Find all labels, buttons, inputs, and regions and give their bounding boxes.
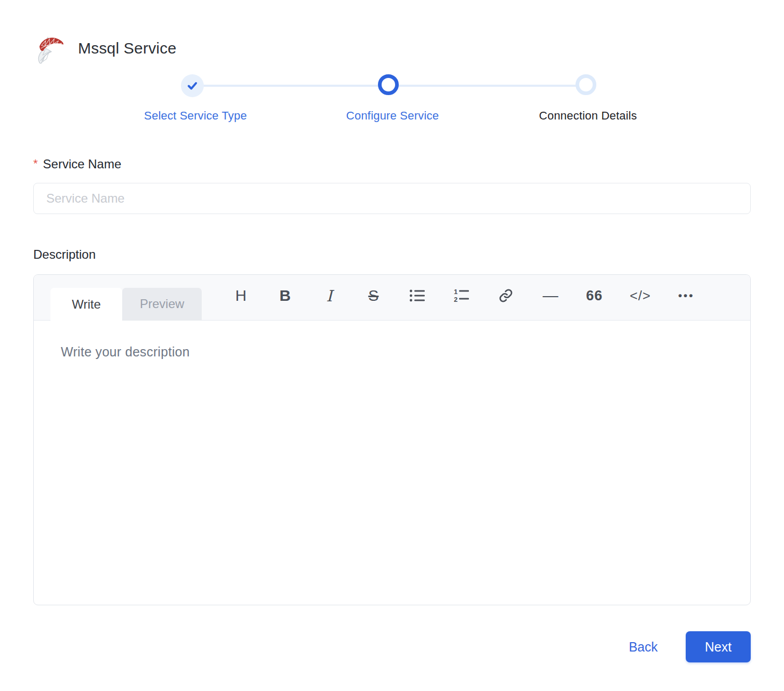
page-header: Mssql Service: [0, 0, 784, 65]
description-editor-textarea[interactable]: Write your description: [34, 321, 750, 605]
heading-button[interactable]: H: [232, 284, 250, 307]
next-button[interactable]: Next: [686, 631, 751, 662]
step-3-pending-circle: [576, 74, 596, 95]
mssql-logo-icon: [33, 31, 68, 65]
step-3-indicator[interactable]: [576, 74, 596, 95]
tab-preview[interactable]: Preview: [122, 288, 202, 320]
step-3-label[interactable]: Connection Details: [505, 109, 671, 123]
unordered-list-button[interactable]: [409, 284, 426, 307]
unordered-list-icon: [409, 288, 426, 303]
code-icon: </>: [630, 288, 651, 304]
service-name-label: *Service Name: [33, 157, 751, 171]
description-label: Description: [33, 247, 751, 262]
strikethrough-icon: S: [368, 287, 378, 304]
italic-button[interactable]: I: [320, 284, 338, 307]
step-2-active-circle: [378, 74, 399, 95]
editor-toolbar: Write Preview H B I S: [34, 275, 750, 321]
svg-text:2: 2: [454, 296, 458, 303]
editor-toolbar-icons: H B I S: [232, 274, 695, 320]
wizard-stepper: Select Service Type Configure Service Co…: [0, 69, 784, 129]
configure-service-page: Mssql Service Select Service Type Config…: [0, 0, 784, 691]
ordered-list-icon: 1 2: [453, 288, 470, 303]
required-asterisk: *: [33, 157, 38, 170]
description-placeholder: Write your description: [61, 344, 190, 359]
more-options-button[interactable]: •••: [677, 284, 695, 307]
strikethrough-button[interactable]: S: [364, 284, 382, 307]
ellipsis-icon: •••: [678, 289, 694, 302]
heading-icon: H: [236, 287, 247, 304]
ordered-list-button[interactable]: 1 2: [453, 284, 471, 307]
step-2-indicator[interactable]: [378, 74, 399, 95]
step-1-indicator[interactable]: [181, 74, 204, 97]
step-1-completed-circle: [181, 74, 204, 97]
quote-button[interactable]: 66: [585, 284, 603, 307]
page-title: Mssql Service: [78, 39, 176, 57]
check-icon: [186, 79, 199, 92]
link-icon: [499, 288, 513, 303]
description-markdown-editor: Write Preview H B I S: [33, 274, 751, 605]
horizontal-rule-icon: —: [543, 287, 558, 304]
svg-text:1: 1: [454, 288, 458, 296]
italic-icon: I: [326, 287, 332, 305]
step-1-label[interactable]: Select Service Type: [112, 109, 279, 123]
quote-icon: 66: [586, 288, 603, 304]
tab-write[interactable]: Write: [50, 288, 122, 321]
wizard-footer: Back Next: [33, 631, 751, 662]
code-button[interactable]: </>: [630, 284, 651, 307]
service-name-label-text: Service Name: [43, 157, 122, 171]
bold-icon: B: [280, 287, 291, 304]
back-button[interactable]: Back: [625, 634, 661, 660]
bold-button[interactable]: B: [276, 284, 294, 307]
editor-tabs: Write Preview: [50, 288, 202, 320]
link-button[interactable]: [497, 284, 515, 307]
horizontal-rule-button[interactable]: —: [541, 284, 559, 307]
service-name-input[interactable]: [33, 183, 751, 214]
step-2-label[interactable]: Configure Service: [309, 109, 476, 123]
